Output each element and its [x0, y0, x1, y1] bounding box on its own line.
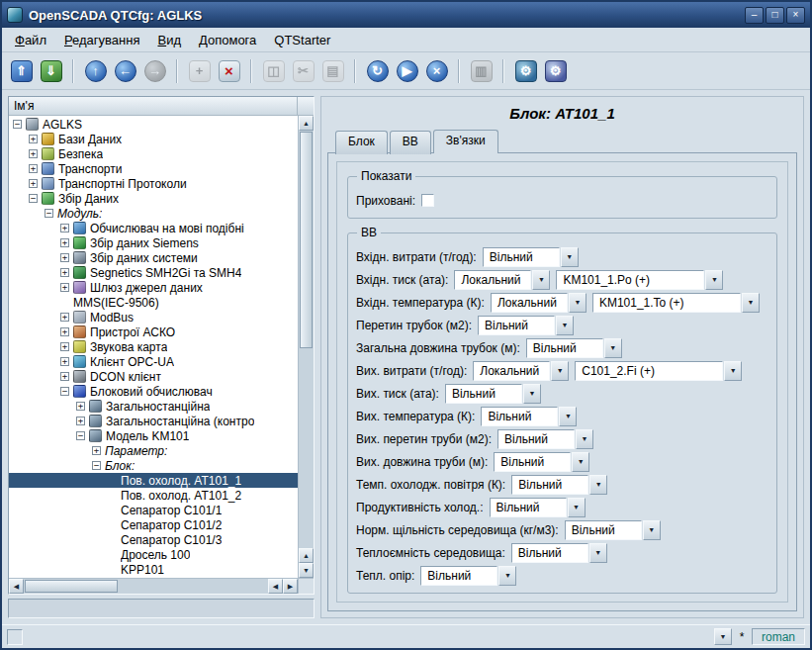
- link-type-combo[interactable]: Вільний▼: [494, 452, 589, 472]
- status-star-button[interactable]: *: [736, 630, 748, 644]
- link-type-combo[interactable]: Вільний▼: [511, 475, 607, 495]
- combo-arrow-button[interactable]: ▼: [604, 338, 622, 358]
- tree-item[interactable]: −Модель KM101: [9, 428, 298, 443]
- qtstarter-config-button[interactable]: ⚙: [512, 57, 539, 84]
- expand-plus-icon[interactable]: +: [60, 327, 69, 336]
- start-button[interactable]: ▶: [394, 57, 420, 84]
- tree-item[interactable]: Сепаратор C101/3: [9, 532, 298, 547]
- scroll-right-button[interactable]: ▶: [283, 579, 298, 594]
- expand-plus-icon[interactable]: +: [60, 238, 69, 247]
- combo-arrow-button[interactable]: ▼: [551, 361, 569, 381]
- menu-item-file[interactable]: Файл: [6, 30, 55, 50]
- menu-item-help[interactable]: Допомога: [190, 30, 265, 50]
- back-button[interactable]: ←: [112, 57, 138, 84]
- expand-plus-icon[interactable]: +: [92, 446, 101, 455]
- tree-item[interactable]: +Параметр:: [9, 443, 298, 458]
- collapse-minus-icon[interactable]: −: [45, 209, 53, 218]
- link-type-combo[interactable]: Вільний▼: [481, 407, 577, 426]
- tree-item[interactable]: +Транспорти: [9, 161, 298, 176]
- expand-plus-icon[interactable]: +: [29, 179, 38, 188]
- link-type-combo[interactable]: Вільний▼: [526, 338, 622, 358]
- user-badge[interactable]: roman: [752, 628, 805, 645]
- tab-block[interactable]: Блок: [335, 131, 388, 154]
- expand-plus-icon[interactable]: +: [76, 417, 85, 425]
- tree-item[interactable]: Пов. охолод. AT101_2: [9, 488, 298, 503]
- combo-arrow-button[interactable]: ▼: [498, 566, 516, 586]
- tree-column-header[interactable]: Ім'я: [9, 97, 298, 116]
- expand-plus-icon[interactable]: +: [60, 372, 69, 381]
- expand-plus-icon[interactable]: +: [60, 313, 69, 322]
- stop-button[interactable]: ×: [423, 57, 450, 84]
- combo-arrow-button[interactable]: ▼: [576, 429, 593, 449]
- link-type-combo[interactable]: Вільний▼: [483, 247, 579, 267]
- scroll-up-button-2[interactable]: ▲: [299, 548, 314, 563]
- scroll-left-button[interactable]: ◀: [9, 579, 24, 594]
- expand-plus-icon[interactable]: +: [29, 149, 38, 158]
- minimize-button[interactable]: –: [745, 7, 764, 24]
- combo-arrow-button[interactable]: ▼: [643, 520, 661, 540]
- combo-arrow-button[interactable]: ▼: [742, 293, 760, 313]
- expand-plus-icon[interactable]: +: [60, 224, 69, 232]
- tree-item[interactable]: −Модуль:: [9, 206, 298, 221]
- tree-item[interactable]: +Транспортні Протоколи: [9, 176, 298, 191]
- close-button[interactable]: ×: [786, 7, 805, 24]
- link-type-combo[interactable]: Вільний▼: [490, 498, 586, 517]
- tree-filter-input[interactable]: [8, 599, 315, 618]
- combo-arrow-button[interactable]: ▼: [705, 270, 723, 290]
- expand-plus-icon[interactable]: +: [60, 357, 69, 366]
- collapse-minus-icon[interactable]: −: [92, 461, 101, 470]
- combo-arrow-button[interactable]: ▼: [568, 498, 586, 517]
- tree-item[interactable]: +Безпека: [9, 146, 298, 161]
- vertical-scroll-track[interactable]: [299, 131, 314, 548]
- menu-item-edit[interactable]: Редагування: [55, 30, 149, 50]
- tree-item[interactable]: −Збір Даних: [9, 191, 298, 206]
- link-type-combo[interactable]: Локальний▼: [491, 293, 586, 313]
- horizontal-scroll-track[interactable]: [24, 579, 268, 594]
- combo-arrow-button[interactable]: ▼: [724, 361, 742, 381]
- load-from-db-button[interactable]: ⇑: [8, 57, 35, 84]
- collapse-minus-icon[interactable]: −: [60, 387, 69, 396]
- tree-item[interactable]: MMS(IEC-9506): [9, 295, 298, 310]
- link-value-combo[interactable]: KM101_1.Po (+)▼: [556, 270, 723, 290]
- tree-item[interactable]: +Пристрої АСКО: [9, 325, 298, 339]
- tab-links[interactable]: Зв'язки: [433, 130, 498, 153]
- tree-item[interactable]: −Блоковий обчислювач: [9, 384, 298, 399]
- tree-item[interactable]: +ModBus: [9, 310, 298, 325]
- tree-item[interactable]: −AGLKS: [9, 117, 298, 132]
- combo-arrow-button[interactable]: ▼: [589, 475, 607, 495]
- link-type-combo[interactable]: Локальний▼: [454, 270, 550, 290]
- collapse-minus-icon[interactable]: −: [13, 120, 22, 129]
- qtstarter-vision-button[interactable]: ⚙: [542, 57, 569, 84]
- tree-item[interactable]: +Шлюз джерел даних: [9, 280, 298, 295]
- horizontal-scroll-thumb[interactable]: [25, 580, 118, 593]
- combo-arrow-button[interactable]: ▼: [532, 270, 550, 290]
- save-to-db-button[interactable]: ⇓: [38, 57, 64, 84]
- combo-arrow-button[interactable]: ▼: [589, 543, 607, 563]
- scroll-down-button[interactable]: ▼: [299, 563, 314, 578]
- refresh-button[interactable]: ↻: [364, 57, 391, 84]
- tree-vertical-scrollbar[interactable]: ▲ ▲ ▼: [298, 116, 314, 578]
- combo-arrow-button[interactable]: ▼: [569, 293, 586, 313]
- tree-item[interactable]: KPP101: [9, 562, 298, 577]
- link-type-combo[interactable]: Вільний▼: [497, 429, 593, 449]
- scroll-up-button[interactable]: ▲: [299, 116, 314, 131]
- link-value-combo[interactable]: KM101_1.To (+)▼: [592, 293, 760, 313]
- expand-plus-icon[interactable]: +: [60, 268, 69, 277]
- expand-plus-icon[interactable]: +: [29, 135, 38, 143]
- tree-item[interactable]: Пов. охолод. AT101_1: [9, 473, 298, 488]
- tree-horizontal-scrollbar[interactable]: ◀ ◀ ▶: [9, 578, 298, 594]
- combo-arrow-button[interactable]: ▼: [556, 316, 574, 335]
- status-dropdown-button[interactable]: ▼: [714, 628, 732, 645]
- tree-item[interactable]: +Збір даних Siemens: [9, 235, 298, 250]
- title-bar[interactable]: OpenSCADA QTCfg: AGLKS – □ ×: [2, 2, 810, 28]
- tree-item[interactable]: +DCON клієнт: [9, 369, 298, 384]
- tree-item[interactable]: Сепаратор C101/1: [9, 503, 298, 517]
- link-value-combo[interactable]: C101_2.Fi (+)▼: [575, 361, 742, 381]
- tree-item[interactable]: Дросель 100: [9, 547, 298, 562]
- tree-item[interactable]: +Звукова карта: [9, 339, 298, 354]
- delete-item-button[interactable]: ×: [216, 57, 242, 84]
- tree-item[interactable]: +Клієнт OPC-UA: [9, 354, 298, 369]
- link-type-combo[interactable]: Вільний▼: [420, 566, 516, 586]
- link-type-combo[interactable]: Вільний▼: [565, 520, 661, 540]
- maximize-button[interactable]: □: [766, 7, 784, 24]
